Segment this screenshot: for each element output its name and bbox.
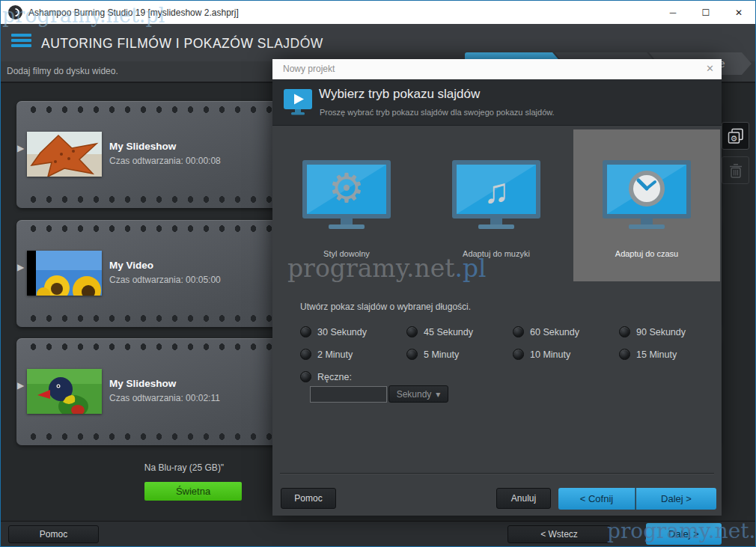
item-duration: Czas odtwarzania: 00:00:08 [109, 156, 221, 166]
thumbnail-starfish [27, 132, 102, 177]
radio-icon [300, 371, 311, 382]
help-button[interactable]: Pomoc [8, 525, 99, 543]
unit-dropdown-value: Sekundy [397, 389, 432, 400]
app-window: Ashampoo Burning Studio 19 [myslideshow … [0, 0, 756, 547]
slideshow-settings-icon: ⚙ [727, 127, 745, 145]
dialog-body: ⚙ Styl dowolny ♫ Adaptuj do muzyki [272, 125, 722, 516]
page-title: AUTORING FILMÓW I POKAZÓW SLAJDÓW [41, 24, 323, 61]
monitor-music-icon: ♫ [451, 159, 541, 231]
mode-label: Adaptuj do muzyki [463, 249, 530, 258]
radio-icon [406, 349, 418, 360]
menu-icon[interactable] [11, 34, 31, 50]
window-controls: ─ ☐ ✕ [656, 1, 755, 24]
quality-indicator: Świetna [144, 482, 242, 501]
mode-label: Styl dowolny [323, 249, 370, 258]
item-duration: Czas odtwarzania: 00:02:11 [109, 393, 220, 403]
svg-text:⚙: ⚙ [730, 133, 737, 142]
bottom-bar: Pomoc < Wstecz Dalej > [1, 521, 755, 547]
dialog-back-button[interactable]: < Cofnij [558, 488, 635, 510]
dialog-header: Wybierz tryb pokazu slajdów Proszę wybra… [272, 79, 722, 126]
expand-arrow-icon[interactable]: ▶ [17, 262, 24, 272]
thumbnail-parrot [27, 369, 102, 414]
radio-icon [619, 326, 630, 337]
mode-option-adapt-to-time[interactable]: Adaptuj do czasu [573, 129, 720, 281]
dialog-close-icon[interactable]: ✕ [706, 63, 714, 74]
radio-30-seconds[interactable]: 30 Sekundy [300, 326, 367, 337]
monitor-clock-icon [602, 159, 692, 231]
disc-target-label: Na Blu-ray (25 GB)" [106, 462, 263, 473]
radio-icon [513, 349, 524, 360]
mode-label: Adaptuj do czasu [615, 249, 678, 258]
minimize-button[interactable]: ─ [656, 1, 689, 24]
radio-90-seconds[interactable]: 90 Sekundy [619, 326, 686, 337]
item-duration: Czas odtwarzania: 00:05:00 [109, 275, 221, 285]
dialog-subheading: Proszę wybrać tryb pokazu slajdów dla sw… [320, 108, 555, 117]
radio-2-minutes[interactable]: 2 Minuty [300, 349, 353, 360]
radio-10-minutes[interactable]: 10 Minuty [513, 349, 570, 360]
dialog-heading: Wybierz tryb pokazu slajdów [319, 87, 480, 102]
mode-option-adapt-to-music[interactable]: ♫ Adaptuj do muzyki [424, 129, 569, 281]
item-title: My Slideshow [109, 141, 176, 152]
expand-arrow-icon[interactable]: ▶ [17, 380, 24, 391]
back-button[interactable]: < Wstecz [507, 525, 611, 543]
titlebar: Ashampoo Burning Studio 19 [myslideshow … [1, 1, 755, 24]
maximize-button[interactable]: ☐ [689, 1, 722, 24]
radio-45-seconds[interactable]: 45 Sekundy [406, 326, 473, 337]
radio-manual[interactable]: Ręczne: [300, 371, 352, 382]
radio-icon [619, 349, 630, 360]
radio-icon [513, 326, 524, 337]
monitor-gear-icon: ⚙ [302, 159, 391, 231]
radio-15-minutes[interactable]: 15 Minuty [619, 349, 677, 360]
app-logo-icon [8, 5, 22, 19]
radio-icon [300, 326, 311, 337]
radio-5-minutes[interactable]: 5 Minuty [406, 349, 459, 360]
divider [280, 473, 714, 474]
mode-option-free-style[interactable]: ⚙ Styl dowolny [274, 129, 419, 281]
svg-text:♫: ♫ [484, 171, 510, 210]
subtitle-text: Dodaj filmy do dysku wideo. [7, 61, 118, 81]
dialog-title: Nowy projekt [283, 64, 335, 74]
radio-icon [300, 349, 311, 360]
unit-dropdown[interactable]: Sekundy ▾ [388, 385, 448, 403]
expand-arrow-icon[interactable]: ▶ [17, 143, 24, 153]
radio-60-seconds[interactable]: 60 Sekundy [513, 326, 579, 337]
length-prompt: Utwórz pokaz slajdów o wybranej długości… [300, 302, 471, 312]
dialog-titlebar: Nowy projekt ✕ [272, 59, 722, 79]
thumbnail-sunflowers [27, 251, 102, 296]
chevron-down-icon: ▾ [436, 389, 440, 400]
item-title: My Video [109, 260, 153, 271]
slideshow-monitor-icon [283, 88, 313, 116]
slideshow-settings-button[interactable]: ⚙ [722, 122, 749, 150]
next-button[interactable]: Dalej > [646, 523, 722, 545]
svg-text:⚙: ⚙ [329, 165, 365, 210]
window-title: Ashampoo Burning Studio 19 [myslideshow … [28, 7, 239, 18]
dialog-next-button[interactable]: Dalej > [636, 488, 716, 510]
dialog-help-button[interactable]: Pomoc [281, 488, 336, 509]
close-button[interactable]: ✕ [722, 1, 755, 24]
header: AUTORING FILMÓW I POKAZÓW SLAJDÓW Wybór … [1, 24, 755, 61]
dialog-cancel-button[interactable]: Anuluj [496, 488, 551, 509]
delete-item-button[interactable] [722, 156, 749, 184]
trash-icon [728, 162, 743, 179]
manual-duration-input[interactable] [310, 386, 387, 403]
radio-icon [406, 326, 418, 337]
new-project-dialog: Nowy projekt ✕ Wybierz tryb pokazu slajd… [272, 59, 722, 516]
item-title: My Slideshow [109, 378, 176, 389]
